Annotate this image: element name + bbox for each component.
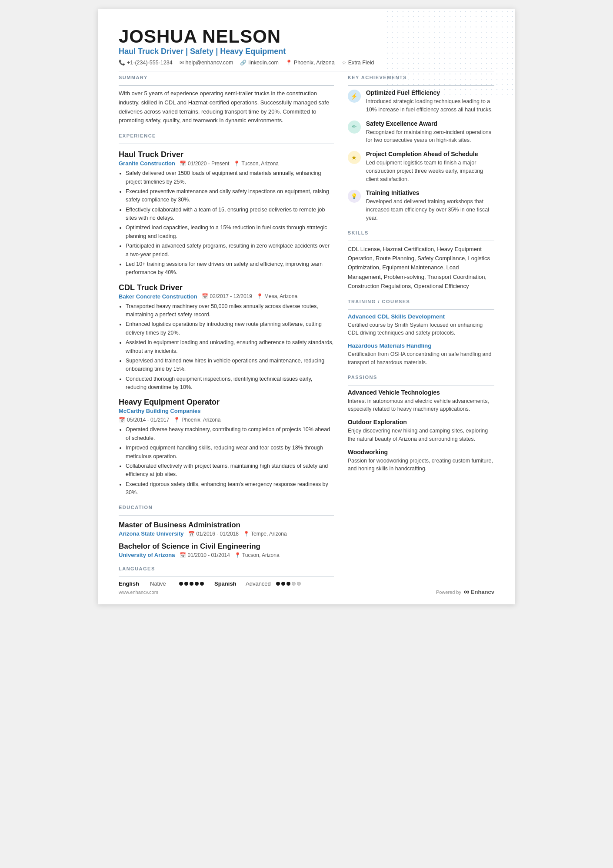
edu-meta-2: University of Arizona 📅 01/2010 - 01/201…	[119, 552, 334, 558]
achievement-icon-3: ★	[348, 151, 361, 164]
pin-edu-icon-2: 📍	[234, 552, 241, 558]
edu-meta-1: Arizona State University 📅 01/2016 - 01/…	[119, 530, 334, 537]
languages-divider	[119, 576, 334, 577]
phone-number: +1-(234)-555-1234	[127, 60, 173, 66]
languages-row: English Native Spanish Advanced	[119, 580, 334, 587]
job-company-3: McCarthy Building Companies	[119, 408, 201, 414]
achievement-icon-4: 💡	[348, 190, 361, 203]
dot-en-3	[190, 582, 193, 586]
bullet-1-2: Executed preventive maintenance and dail…	[126, 188, 334, 204]
achievement-desc-3: Led equipment logistics team to finish a…	[366, 159, 494, 183]
achievements-divider	[348, 85, 494, 86]
lang-dots-spanish	[276, 582, 301, 586]
pin-icon-3: 📍	[173, 417, 180, 423]
phone-icon: 📞	[119, 60, 125, 66]
enhancv-logo: ∞ Enhancv	[464, 587, 494, 597]
skills-divider	[348, 241, 494, 241]
main-content: SUMMARY With over 5 years of experience …	[119, 75, 494, 587]
bullet-2-4: Supervised and trained new hires in vehi…	[126, 357, 334, 374]
achievement-content-3: Project Completion Ahead of Schedule Led…	[366, 151, 494, 183]
achievement-icon-2: ✏	[348, 121, 361, 134]
calendar-edu-icon-1: 📅	[188, 531, 195, 537]
bullet-1-4: Optimized load capacities, leading to a …	[126, 224, 334, 241]
passion-title-1: Advanced Vehicle Technologies	[348, 389, 494, 396]
achievement-1: ⚡ Optimized Fuel Efficiency Introduced s…	[348, 89, 494, 114]
footer-brand: Powered by ∞ Enhancv	[436, 587, 494, 597]
education-label: EDUCATION	[119, 505, 334, 510]
powered-by-text: Powered by	[436, 590, 461, 595]
job-location-1: 📍 Tucson, Arizona	[233, 161, 279, 167]
calendar-icon-1: 📅	[180, 161, 186, 167]
footer: www.enhancv.com Powered by ∞ Enhancv	[119, 587, 494, 597]
training-divider	[348, 309, 494, 310]
job-dates-2: 📅 02/2017 - 12/2019	[202, 293, 252, 299]
bullet-1-5: Participated in advanced safety programs…	[126, 242, 334, 259]
job-meta-2: Baker Concrete Construction 📅 02/2017 - …	[119, 293, 334, 300]
location-icon: 📍	[286, 60, 292, 66]
training-title-2: Hazardous Materials Handling	[348, 342, 494, 349]
job-title-3: Heavy Equipment Operator	[119, 398, 334, 407]
bullet-3-3: Collaborated effectively with project te…	[126, 462, 334, 479]
job-meta-3: McCarthy Building Companies	[119, 408, 334, 414]
website-contact: 🔗 linkedin.com	[240, 60, 278, 66]
left-column: SUMMARY With over 5 years of experience …	[119, 75, 334, 587]
enhancv-logo-icon: ∞	[464, 587, 470, 597]
achievement-4: 💡 Training Initiatives Developed and del…	[348, 189, 494, 222]
achievement-desc-2: Recognized for maintaining zero-incident…	[366, 128, 494, 145]
training-title-1: Advanced CDL Skills Development	[348, 313, 494, 320]
email-contact: ✉ help@enhancv.com	[180, 60, 233, 66]
edu-school-2: University of Arizona	[119, 552, 175, 558]
language-english: English Native	[119, 580, 204, 587]
bullet-3-1: Operated diverse heavy machinery, contri…	[126, 426, 334, 442]
dot-es-1	[276, 582, 280, 586]
dot-en-5	[200, 582, 204, 586]
experience-label: EXPERIENCE	[119, 133, 334, 138]
dot-en-4	[195, 582, 199, 586]
skills-text: CDL License, Hazmat Certification, Heavy…	[348, 245, 494, 291]
achievement-content-1: Optimized Fuel Efficiency Introduced str…	[366, 89, 494, 114]
edu-location-2: 📍 Tucson, Arizona	[234, 552, 280, 558]
training-2: Hazardous Materials Handling Certificati…	[348, 342, 494, 367]
header-divider	[119, 71, 494, 71]
email-address: help@enhancv.com	[186, 60, 233, 66]
bullet-3-2: Improved equipment handling skills, redu…	[126, 444, 334, 461]
calendar-edu-icon-2: 📅	[180, 552, 186, 558]
job-title-2: CDL Truck Driver	[119, 283, 334, 292]
candidate-name: JOSHUA NELSON	[119, 26, 494, 47]
achievement-title-1: Optimized Fuel Efficiency	[366, 89, 494, 96]
bullet-3-4: Executed rigorous safety drills, enhanci…	[126, 480, 334, 497]
bullet-2-2: Enhanced logistics operations by introdu…	[126, 320, 334, 337]
job-dates-1: 📅 01/2020 - Present	[180, 161, 229, 167]
extra-contact: ☆ Extra Field	[342, 60, 374, 66]
bullet-1-3: Effectively collaborated with a team of …	[126, 206, 334, 223]
candidate-title: Haul Truck Driver | Safety | Heavy Equip…	[119, 47, 494, 56]
bullet-2-1: Transported heavy machinery over 50,000 …	[126, 302, 334, 319]
job-location-2: 📍 Mesa, Arizona	[257, 293, 297, 299]
star-icon: ☆	[342, 60, 346, 66]
job-company-1: Granite Construction	[119, 160, 175, 167]
passion-3: Woodworking Passion for woodworking proj…	[348, 449, 494, 473]
achievements-label: KEY ACHIEVEMENTS	[348, 75, 494, 80]
pin-edu-icon-1: 📍	[243, 531, 250, 537]
email-icon: ✉	[180, 60, 184, 66]
job-meta-3b: 📅 05/2014 - 01/2017 📍 Phoenix, Arizona	[119, 417, 334, 423]
achievement-content-2: Safety Excellence Award Recognized for m…	[366, 120, 494, 145]
job-bullets-1: Safely delivered over 1500 loads of equi…	[119, 169, 334, 277]
edu-location-1: 📍 Tempe, Arizona	[243, 531, 287, 537]
pin-icon-2: 📍	[257, 293, 263, 299]
summary-label: SUMMARY	[119, 75, 334, 80]
lang-level-english: Native	[150, 580, 174, 587]
achievement-icon-1: ⚡	[348, 90, 361, 103]
passions-divider	[348, 385, 494, 385]
job-dates-3: 📅 05/2014 - 01/2017	[119, 417, 169, 423]
achievement-title-4: Training Initiatives	[366, 189, 494, 196]
dot-es-4	[292, 582, 296, 586]
phone-contact: 📞 +1-(234)-555-1234	[119, 60, 173, 66]
lang-level-spanish: Advanced	[246, 580, 271, 587]
job-meta-1: Granite Construction 📅 01/2020 - Present…	[119, 160, 334, 167]
edu-degree-1: Master of Business Administration	[119, 521, 334, 530]
passion-desc-1: Interest in autonomous and electric vehi…	[348, 397, 494, 414]
job-location-3: 📍 Phoenix, Arizona	[173, 417, 220, 423]
bullet-2-3: Assisted in equipment loading and unload…	[126, 338, 334, 355]
calendar-icon-2: 📅	[202, 293, 208, 299]
